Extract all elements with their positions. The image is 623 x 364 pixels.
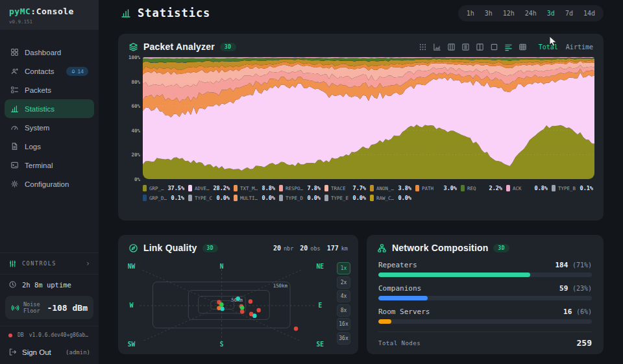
columns-split-icon[interactable] [476,43,484,51]
link-quality-stats: 20nbr20obs177km [273,245,348,252]
legend-item-ACK[interactable]: ACK0.8% [506,185,548,191]
svg-text:S: S [220,340,224,347]
time-range-selector: 1h3h12h24h3d7d14d [458,5,604,21]
zoom-1x-button[interactable]: 1x [337,262,350,274]
range-24h[interactable]: 24h [520,7,542,19]
sidebar-controls[interactable]: CONTROLS › [0,252,99,274]
topbar: Statistics 1h3h12h24h3d7d14d [99,0,623,26]
legend-item-GRP_DATA[interactable]: GRP_DATA0.1% [143,195,184,201]
sidebar-item-label: System [25,124,49,132]
packet-legend: GRP_TXT37.5%ADVERT28.2%TXT_MSG8.8%RESPON… [118,179,604,208]
legend-item-TYPE_C[interactable]: TYPE_C0.0% [188,195,230,201]
db-version-row: DB v1.0.6.dev40+g86ab… [0,326,99,344]
svg-text:NE: NE [317,263,324,270]
legend-pct: 7.8% [308,185,321,191]
legend-item-ADVERT[interactable]: ADVERT28.2% [188,185,230,191]
row-value: 16 (6%) [563,308,592,316]
zoom-8x-button[interactable]: 8x [337,304,350,317]
compass-chart[interactable]: 150km50kmNWNNEWESWSSE [125,261,330,349]
y-axis: 100%80%60%40%20%0% [123,57,143,179]
network-composition-card: Network Composition 3D Repeaters184 (71%… [367,235,604,354]
view-total[interactable]: Total [539,43,558,51]
link-quality-3d-badge[interactable]: 3D [202,244,219,252]
sidebar-item-packets[interactable]: Packets [5,80,94,99]
compass-icon [128,243,138,253]
legend-item-TXT_MSG[interactable]: TXT_MSG8.8% [234,185,275,191]
sidebar: pyMC:Console v0.9.151 DashboardContacts1… [0,0,99,364]
logo-block: pyMC:Console v0.9.151 [0,0,99,30]
table-icon[interactable] [519,43,527,51]
uptime-text: 2h 8m uptime [22,281,71,289]
legend-item-RESPONSE[interactable]: RESPONSE7.8% [279,185,321,191]
sidebar-item-system[interactable]: System [5,118,94,137]
legend-item-ANON_R...[interactable]: ANON_R...3.8% [370,185,411,191]
legend-name: TYPE_B [558,186,576,191]
legend-name: GRP_TXT [149,186,165,191]
zoom-16x-button[interactable]: 16x [337,318,350,330]
zoom-2x-button[interactable]: 2x [337,276,350,289]
sidebar-item-contacts[interactable]: Contacts14 [5,62,94,80]
rect-icon[interactable] [490,43,498,51]
legend-name: TYPE_C [195,195,212,201]
range-1h[interactable]: 1h [461,7,480,19]
legend-item-TRACE[interactable]: TRACE7.7% [324,185,366,191]
uptime-row: 2h 8m uptime [0,274,99,295]
stacked-area-chart[interactable] [143,57,594,179]
packet-analyzer-3d-badge[interactable]: 3D [220,43,236,51]
legend-pct: 0.0% [217,195,230,201]
sidebar-item-logs[interactable]: Logs [5,137,94,156]
y-tick: 40% [131,127,140,133]
range-3d[interactable]: 3d [542,7,560,19]
stream-lines-icon[interactable] [504,43,513,51]
network-composition-3d-badge[interactable]: 3D [493,244,509,252]
legend-name: PATH [422,186,434,191]
area-chart-icon[interactable] [433,43,441,51]
legend-swatch [279,195,283,201]
legend-item-TYPE_D[interactable]: TYPE_D0.0% [279,195,321,201]
legend-name: RESPONSE [286,186,305,191]
zoom-36x-button[interactable]: 36x [337,332,350,345]
dots-grid-icon[interactable] [419,43,427,51]
legend-swatch [143,185,147,191]
progress-fill [378,319,391,324]
legend-swatch [324,185,328,191]
columns-filled-icon[interactable] [461,43,470,51]
contacts-count-badge: 14 [66,67,88,76]
legend-item-TYPE_E[interactable]: TYPE_E0.0% [324,195,366,201]
range-3h[interactable]: 3h [480,7,498,19]
legend-item-TYPE_B[interactable]: TYPE_B0.1% [552,185,593,191]
range-14d[interactable]: 14d [578,7,600,19]
sidebar-item-configuration[interactable]: Configuration [5,175,94,193]
legend-item-GRP_TXT[interactable]: GRP_TXT37.5% [143,185,184,191]
legend-item-PATH[interactable]: PATH3.0% [415,185,457,191]
legend-swatch [552,185,556,191]
legend-swatch [234,195,238,201]
legend-pct: 0.0% [398,195,411,201]
link-quality-card: Link Quality 3D 20nbr20obs177km 150km50k… [118,235,358,354]
sign-out-button[interactable]: Sign Out (admin) [0,344,99,364]
legend-item-RAW_CU...[interactable]: RAW_CU...0.0% [370,195,411,201]
network-row-room-servers: Room Servers16 (6%) [378,308,592,324]
sidebar-item-dashboard[interactable]: Dashboard [5,43,94,62]
legend-item-REQ[interactable]: REQ2.2% [461,185,502,191]
svg-text:N: N [220,263,224,270]
layers-icon [128,42,138,52]
range-12h[interactable]: 12h [498,7,520,19]
legend-pct: 3.8% [398,185,411,191]
legend-swatch [143,195,147,201]
zoom-4x-button[interactable]: 4x [337,290,350,302]
sidebar-item-statistics[interactable]: Statistics [5,99,94,118]
range-7d[interactable]: 7d [560,7,578,19]
svg-text:NW: NW [128,263,136,270]
columns-striped-icon[interactable] [447,43,456,51]
svg-text:SE: SE [317,340,324,347]
legend-item-MULTIPA...[interactable]: MULTIPA...0.0% [234,195,275,201]
view-airtime[interactable]: Airtime [566,43,593,51]
legend-pct: 0.8% [535,185,548,191]
legend-pct: 0.0% [262,195,275,201]
legend-swatch [324,195,328,201]
packet-analyzer-card: Packet Analyzer 3D TotalAirtime 100%80%6… [118,34,604,221]
app-logo: pyMC:Console [9,6,90,16]
sidebar-item-label: Contacts [25,67,54,75]
sidebar-item-terminal[interactable]: Terminal [5,156,94,175]
